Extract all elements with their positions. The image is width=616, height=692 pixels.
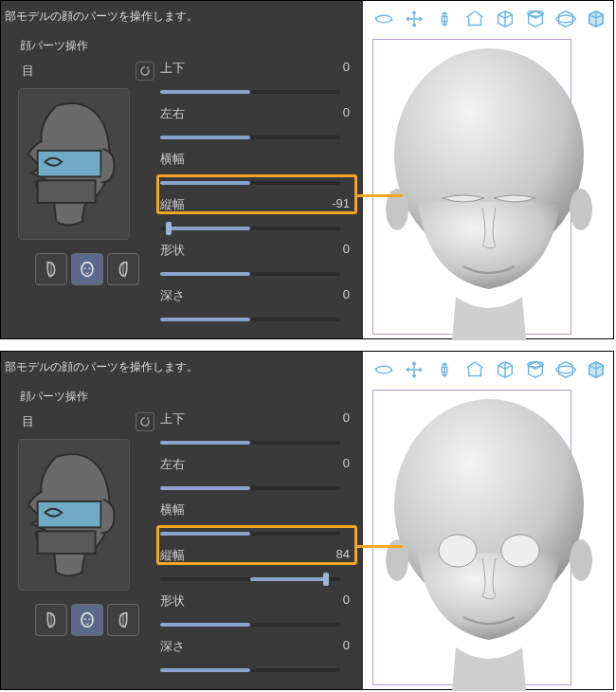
preview-thumbnail	[18, 439, 130, 591]
pan-icon[interactable]	[403, 9, 426, 29]
reset-button[interactable]	[136, 62, 154, 81]
pan-icon[interactable]	[403, 359, 426, 380]
head-3d-preview[interactable]	[361, 392, 616, 691]
view-left-button[interactable]	[35, 604, 67, 636]
svg-point-18	[84, 618, 86, 620]
svg-point-7	[376, 15, 392, 22]
param-shape: 形状 0	[160, 242, 352, 276]
slider-leftright[interactable]	[160, 136, 340, 139]
cube-top-icon[interactable]	[524, 359, 547, 380]
param-depth: 深さ 0	[160, 287, 352, 321]
svg-point-5	[88, 267, 90, 269]
param-updown: 上下 0	[160, 410, 352, 445]
slider-depth[interactable]	[160, 318, 340, 321]
slider-height[interactable]	[160, 227, 340, 230]
param-value: 0	[343, 638, 350, 652]
view-buttons	[35, 253, 160, 285]
param-label: 左右	[160, 457, 185, 471]
head-3d-preview[interactable]	[361, 41, 616, 340]
cube-rotate-icon[interactable]	[554, 9, 577, 29]
preview-thumbnail	[18, 88, 130, 240]
svg-point-27	[501, 535, 539, 567]
panel-top: 部モデルの顔のパーツを操作します。 顔パーツ操作 目	[0, 0, 614, 339]
view-front-button[interactable]	[71, 604, 103, 636]
home-icon[interactable]	[463, 9, 486, 29]
param-label: 深さ	[160, 639, 185, 653]
orbit-icon[interactable]	[372, 9, 395, 29]
svg-point-3	[82, 263, 93, 277]
category-row: 目	[18, 60, 160, 82]
param-label: 上下	[160, 411, 185, 426]
cube-top-icon[interactable]	[524, 9, 547, 29]
param-label: 形状	[160, 593, 185, 608]
cube-icon[interactable]	[494, 359, 516, 380]
slider-updown[interactable]	[160, 441, 340, 445]
orbit-icon[interactable]	[372, 359, 395, 380]
slider-width[interactable]	[160, 532, 340, 536]
zoom-icon[interactable]	[433, 9, 456, 29]
cube-shaded-icon[interactable]	[585, 359, 607, 380]
param-value: 0	[343, 287, 350, 301]
svg-point-17	[82, 613, 93, 628]
right-pane	[363, 352, 613, 689]
param-value: 0	[343, 592, 350, 607]
left-pane: 部モデルの顔のパーツを操作します。 顔パーツ操作 目	[1, 1, 363, 338]
param-value: 84	[336, 547, 350, 561]
description-text: 部モデルの顔のパーツを操作します。	[1, 355, 363, 385]
param-width: 横幅	[160, 501, 352, 536]
param-value: 0	[343, 242, 350, 256]
section-title: 顔パーツ操作	[1, 385, 363, 410]
param-value: 0	[343, 410, 350, 425]
view-front-button[interactable]	[71, 253, 103, 285]
slider-updown[interactable]	[160, 90, 340, 94]
param-updown: 上下 0	[160, 60, 352, 94]
category-row: 目	[18, 410, 160, 433]
param-leftright: 左右 0	[160, 105, 352, 139]
view-left-button[interactable]	[35, 253, 67, 285]
profile-left-icon	[41, 259, 62, 280]
param-column: 上下 0 左右 0 横幅 縦幅 84	[160, 410, 363, 683]
profile-right-icon	[113, 259, 134, 280]
face-front-icon	[77, 259, 98, 280]
description-text: 部モデルの顔のパーツを操作します。	[1, 5, 363, 34]
slider-shape[interactable]	[160, 623, 340, 627]
reset-button[interactable]	[136, 412, 154, 431]
param-label: 横幅	[160, 502, 185, 517]
category-label: 目	[22, 63, 34, 80]
param-value: 0	[343, 105, 350, 119]
profile-right-icon	[113, 610, 134, 630]
param-height: 縦幅 84	[160, 547, 352, 581]
view-right-button[interactable]	[107, 253, 139, 285]
param-column: 上下 0 左右 0 横幅 縦幅 -91	[160, 60, 363, 333]
slider-leftright[interactable]	[160, 486, 340, 490]
reset-icon	[138, 64, 152, 78]
slider-depth[interactable]	[160, 668, 340, 672]
param-label: 縦幅	[160, 548, 185, 562]
param-value: 0	[343, 456, 350, 470]
cube-shaded-icon[interactable]	[585, 9, 607, 29]
cube-rotate-icon[interactable]	[554, 359, 577, 380]
param-value: -91	[332, 196, 350, 210]
right-pane	[363, 1, 613, 338]
cube-icon[interactable]	[494, 9, 516, 29]
slider-height[interactable]	[160, 577, 340, 581]
home-icon[interactable]	[463, 359, 486, 380]
thumb-column: 目	[1, 60, 160, 333]
left-pane: 部モデルの顔のパーツを操作します。 顔パーツ操作 目	[1, 352, 363, 689]
param-width: 横幅	[160, 151, 352, 185]
view-right-button[interactable]	[107, 604, 139, 636]
param-label: 縦幅	[160, 197, 185, 211]
head-profile-icon	[19, 89, 129, 238]
callout-line	[357, 545, 403, 548]
param-label: 横幅	[160, 152, 185, 166]
head-profile-icon	[19, 440, 129, 589]
param-label: 上下	[160, 61, 185, 75]
slider-width[interactable]	[160, 181, 340, 185]
slider-shape[interactable]	[160, 272, 340, 276]
svg-point-19	[88, 618, 90, 620]
svg-rect-1	[38, 180, 96, 203]
svg-rect-15	[38, 531, 96, 554]
param-label: 左右	[160, 106, 185, 120]
panel-bottom: 部モデルの顔のパーツを操作します。 顔パーツ操作 目	[0, 351, 614, 690]
zoom-icon[interactable]	[433, 359, 456, 380]
